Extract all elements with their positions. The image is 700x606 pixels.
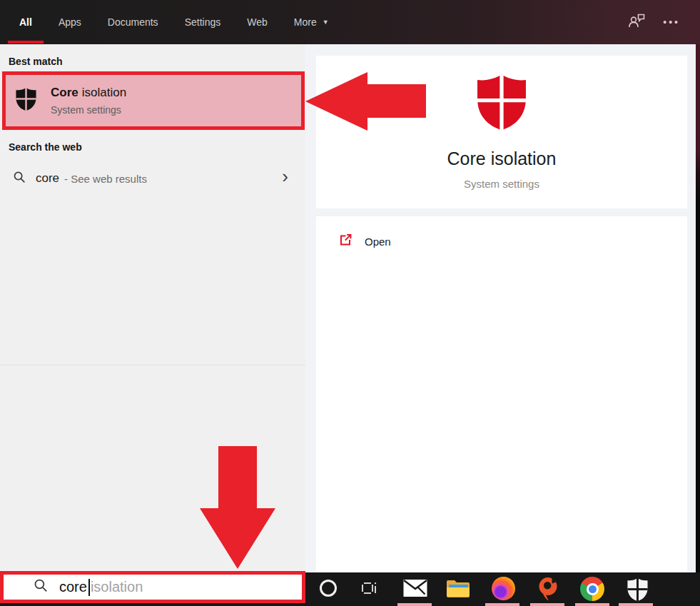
windows-security-icon[interactable] xyxy=(627,577,649,605)
running-indicator xyxy=(397,603,432,606)
filter-tabs: All Apps Documents Settings Web More ▼ xyxy=(0,0,329,44)
tab-settings-label: Settings xyxy=(185,16,221,28)
security-shield-icon xyxy=(475,73,529,134)
chevron-right-icon[interactable]: › xyxy=(282,166,288,188)
file-explorer-icon[interactable] xyxy=(446,578,470,602)
preview-title: Core isolation xyxy=(447,148,557,169)
security-shield-icon xyxy=(15,86,37,115)
text-cursor xyxy=(88,579,90,596)
web-suffix: - See web results xyxy=(64,173,147,185)
tab-web[interactable]: Web xyxy=(247,0,268,44)
tab-web-label: Web xyxy=(247,16,268,28)
search-suggestion-text: isolation xyxy=(91,579,143,595)
web-search-result[interactable]: core - See web results › xyxy=(0,163,305,194)
task-view-icon[interactable] xyxy=(360,580,377,599)
web-query: core xyxy=(36,171,59,186)
search-typed-text: core xyxy=(59,579,87,595)
open-action[interactable]: Open xyxy=(316,227,687,256)
tab-more[interactable]: More ▼ xyxy=(294,0,329,44)
tab-more-label: More xyxy=(294,16,317,28)
running-indicator xyxy=(485,603,519,606)
preview-card: Core isolation System settings xyxy=(316,56,687,208)
open-label: Open xyxy=(365,236,391,248)
desktop-wallpaper-edge xyxy=(696,44,700,606)
open-external-icon xyxy=(338,233,352,250)
search-input[interactable]: coreisolation xyxy=(0,571,305,603)
best-match-result-core-isolation[interactable]: Coreisolation System settings xyxy=(2,71,305,130)
chrome-icon[interactable] xyxy=(580,577,604,601)
preview-subtitle: System settings xyxy=(464,178,539,190)
result-title: Coreisolation xyxy=(51,86,126,99)
actions-card: Open xyxy=(316,216,687,572)
section-divider xyxy=(0,365,305,365)
tab-all-label: All xyxy=(19,16,32,28)
best-match-heading: Best match xyxy=(9,56,62,67)
tab-settings[interactable]: Settings xyxy=(185,0,221,44)
search-icon xyxy=(13,171,26,187)
search-icon xyxy=(34,578,49,596)
tab-apps[interactable]: Apps xyxy=(59,0,81,44)
tab-documents[interactable]: Documents xyxy=(108,0,158,44)
active-tab-underline xyxy=(8,41,44,44)
mail-icon[interactable] xyxy=(403,579,427,600)
tab-apps-label: Apps xyxy=(59,16,81,28)
firefox-icon[interactable] xyxy=(492,577,515,600)
feedback-icon[interactable] xyxy=(627,12,646,32)
running-indicator xyxy=(619,603,653,606)
result-subtitle: System settings xyxy=(51,104,126,116)
chrome-icon-inner-dot xyxy=(589,585,597,593)
preview-panel: Core isolation System settings Open xyxy=(305,44,696,572)
chevron-down-icon: ▼ xyxy=(323,19,329,26)
running-indicator xyxy=(530,603,564,606)
ellipsis-icon[interactable]: ••• xyxy=(663,0,680,44)
tab-all[interactable]: All xyxy=(19,0,32,44)
tab-documents-label: Documents xyxy=(108,16,158,28)
search-results-panel: Best match Coreisolation System settings… xyxy=(0,44,305,571)
search-the-web-heading: Search the web xyxy=(9,141,82,153)
origin-icon[interactable] xyxy=(536,576,560,604)
running-indicator xyxy=(575,603,609,606)
search-filter-bar: All Apps Documents Settings Web More ▼ •… xyxy=(0,0,700,44)
cortana-icon[interactable] xyxy=(320,580,337,597)
